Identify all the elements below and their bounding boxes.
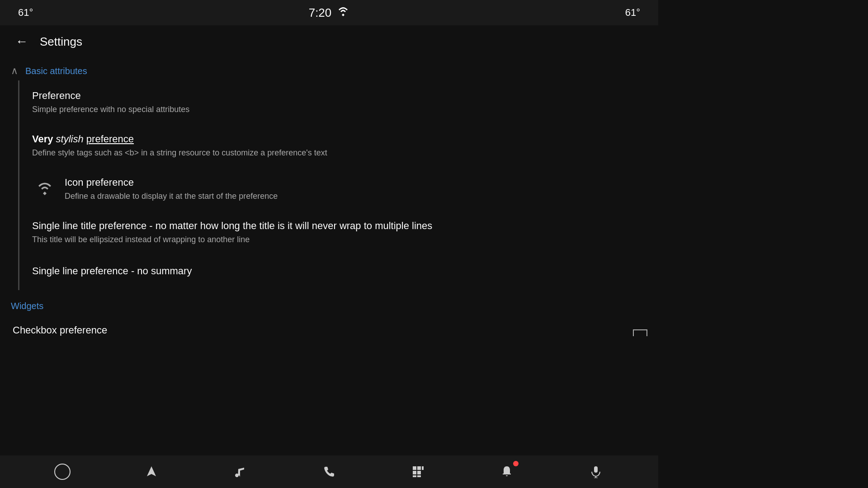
preference-item-stylish[interactable]: Very stylish preference Define style tag… xyxy=(19,124,658,167)
basic-attributes-items: Preference Simple preference with no spe… xyxy=(18,80,658,290)
section-widgets: Widgets Checkbox preference Tap anywhere… xyxy=(0,294,658,336)
preference-item-checkbox[interactable]: Checkbox preference Tap anywhere in this… xyxy=(0,315,658,336)
preference-summary-single-line: This title will be ellipsized instead of… xyxy=(32,235,647,245)
preference-title-icon: Icon preference xyxy=(65,176,647,189)
temp-right: 61° xyxy=(613,7,640,19)
preference-summary-basic: Simple preference with no special attrib… xyxy=(32,104,647,115)
preference-title-checkbox: Checkbox preference xyxy=(13,324,626,336)
preference-text-stylish: Very stylish preference Define style tag… xyxy=(32,133,647,158)
preference-item-single-line[interactable]: Single line title preference - no matter… xyxy=(19,211,658,254)
preference-text-single-line: Single line title preference - no matter… xyxy=(32,220,647,245)
preference-title-stylish: Very stylish preference xyxy=(32,133,647,146)
status-bar: 61° 7:20 61° xyxy=(0,0,658,25)
preference-text-checkbox: Checkbox preference Tap anywhere in this… xyxy=(13,324,626,336)
section-basic-attributes-header[interactable]: ∧ Basic attributes xyxy=(0,58,658,80)
checkbox-widget[interactable] xyxy=(633,329,647,336)
preference-summary-stylish: Define style tags such as <b> in a strin… xyxy=(32,148,647,158)
section-collapse-icon[interactable]: ∧ xyxy=(11,65,18,77)
back-button[interactable]: ← xyxy=(11,31,33,52)
preference-text-basic: Preference Simple preference with no spe… xyxy=(32,89,647,115)
time-display: 7:20 xyxy=(309,6,332,20)
section-widgets-title: Widgets xyxy=(11,301,43,311)
section-basic-attributes: ∧ Basic attributes Preference Simple pre… xyxy=(0,58,658,290)
preference-item-basic[interactable]: Preference Simple preference with no spe… xyxy=(19,80,658,124)
preference-item-no-summary[interactable]: Single line preference - no summary xyxy=(19,254,658,290)
preference-title-single-line: Single line title preference - no matter… xyxy=(32,220,620,233)
stylish-italic-text: stylish xyxy=(56,133,86,145)
signal-icon xyxy=(337,6,349,19)
section-basic-attributes-title: Basic attributes xyxy=(25,66,87,76)
preference-text-no-summary: Single line preference - no summary xyxy=(32,265,647,280)
preference-title-basic: Preference xyxy=(32,89,647,103)
preference-text-icon: Icon preference Define a drawable to dis… xyxy=(65,176,647,202)
preference-item-icon[interactable]: Icon preference Define a drawable to dis… xyxy=(19,167,658,211)
checkbox-box[interactable] xyxy=(633,329,647,336)
stylish-underline-text: preference xyxy=(86,133,134,145)
preference-title-no-summary: Single line preference - no summary xyxy=(32,265,647,278)
section-widgets-header[interactable]: Widgets xyxy=(0,294,658,315)
temp-left: 61° xyxy=(18,7,45,19)
settings-content: ∧ Basic attributes Preference Simple pre… xyxy=(0,58,658,336)
preference-summary-icon: Define a drawable to display it at the s… xyxy=(65,191,647,202)
preference-wifi-icon xyxy=(32,176,57,202)
back-arrow-icon: ← xyxy=(15,34,28,49)
page-title: Settings xyxy=(40,35,82,49)
stylish-bold-text: Very xyxy=(32,133,56,145)
status-bar-center: 7:20 xyxy=(309,6,350,20)
app-bar: ← Settings xyxy=(0,25,658,58)
